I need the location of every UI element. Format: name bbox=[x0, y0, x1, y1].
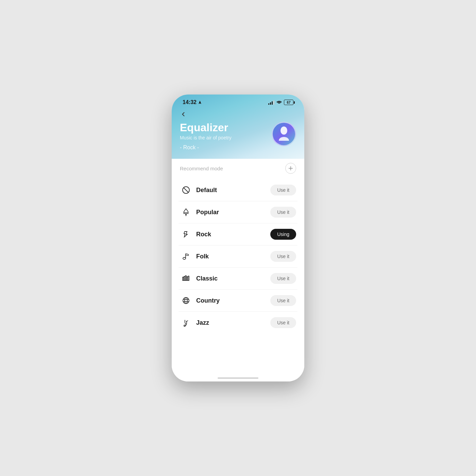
status-bar: 14:32 bbox=[180, 95, 296, 108]
mode-name-default: Default bbox=[196, 187, 270, 194]
title-row: Equalizer Music is the air of poetry - R… bbox=[180, 122, 296, 151]
back-button[interactable] bbox=[180, 111, 187, 118]
recommend-label: Recommend mode bbox=[180, 166, 223, 171]
rock-icon bbox=[180, 228, 192, 240]
avatar-figure-icon bbox=[277, 125, 291, 142]
title-content: Equalizer Music is the air of poetry - R… bbox=[180, 122, 272, 151]
avatar bbox=[272, 122, 296, 146]
default-icon bbox=[180, 184, 192, 196]
current-mode-label: - Rock - bbox=[180, 144, 272, 151]
mode-name-popular: Popular bbox=[196, 209, 270, 216]
header-area: 14:32 bbox=[172, 95, 304, 159]
list-item: Classic Use it bbox=[178, 268, 298, 290]
list-item: Default Use it bbox=[178, 179, 298, 201]
svg-rect-12 bbox=[185, 276, 186, 280]
use-it-button-classic[interactable]: Use it bbox=[270, 273, 296, 284]
location-icon bbox=[198, 100, 202, 104]
mode-name-jazz: Jazz bbox=[196, 319, 270, 326]
popular-icon bbox=[180, 206, 192, 218]
use-it-button-default[interactable]: Use it bbox=[270, 185, 296, 196]
use-it-button-folk[interactable]: Use it bbox=[270, 251, 296, 262]
mode-name-folk: Folk bbox=[196, 253, 270, 260]
mode-list: Default Use it Popular Use it bbox=[178, 179, 298, 334]
svg-rect-11 bbox=[184, 276, 185, 280]
folk-icon bbox=[180, 250, 192, 262]
plus-icon bbox=[288, 166, 293, 171]
home-indicator bbox=[218, 377, 258, 379]
content-card: Recommend mode bbox=[172, 156, 304, 381]
time-display: 14:32 bbox=[183, 99, 197, 105]
svg-line-7 bbox=[186, 254, 188, 254]
mode-name-country: Country bbox=[196, 297, 270, 304]
status-icons: 67 bbox=[268, 100, 293, 105]
battery-icon: 67 bbox=[284, 100, 293, 105]
svg-rect-13 bbox=[187, 277, 188, 280]
use-it-button-popular[interactable]: Use it bbox=[270, 207, 296, 218]
svg-point-5 bbox=[183, 257, 186, 259]
mode-name-classic: Classic bbox=[196, 275, 270, 282]
page-title: Equalizer bbox=[180, 122, 272, 134]
country-icon bbox=[180, 294, 192, 307]
battery-level: 67 bbox=[287, 101, 290, 104]
svg-point-16 bbox=[185, 298, 187, 304]
phone-frame: 14:32 bbox=[172, 95, 304, 381]
use-it-button-country[interactable]: Use it bbox=[270, 295, 296, 306]
list-item: Popular Use it bbox=[178, 201, 298, 223]
add-mode-button[interactable] bbox=[285, 163, 296, 174]
svg-point-15 bbox=[183, 298, 189, 304]
svg-point-0 bbox=[280, 126, 287, 135]
screen: 14:32 bbox=[172, 95, 304, 381]
list-item: Rock Using bbox=[178, 223, 298, 245]
svg-rect-14 bbox=[188, 276, 189, 280]
svg-line-4 bbox=[184, 188, 188, 192]
jazz-icon bbox=[180, 317, 192, 329]
svg-rect-10 bbox=[183, 277, 184, 280]
page-subtitle: Music is the air of poetry bbox=[180, 135, 272, 140]
list-item: Jazz Use it bbox=[178, 312, 298, 334]
wifi-icon bbox=[276, 100, 282, 105]
recommend-header: Recommend mode bbox=[178, 163, 298, 174]
list-item: Country Use it bbox=[178, 290, 298, 312]
use-it-button-rock[interactable]: Using bbox=[270, 229, 296, 240]
list-item: Folk Use it bbox=[178, 245, 298, 268]
svg-point-19 bbox=[184, 325, 185, 326]
mode-name-rock: Rock bbox=[196, 231, 270, 238]
use-it-button-jazz[interactable]: Use it bbox=[270, 317, 296, 328]
signal-icon bbox=[268, 100, 274, 105]
back-chevron-icon bbox=[180, 111, 187, 118]
status-time: 14:32 bbox=[183, 99, 202, 105]
svg-line-9 bbox=[186, 255, 188, 256]
classic-icon bbox=[180, 272, 192, 285]
